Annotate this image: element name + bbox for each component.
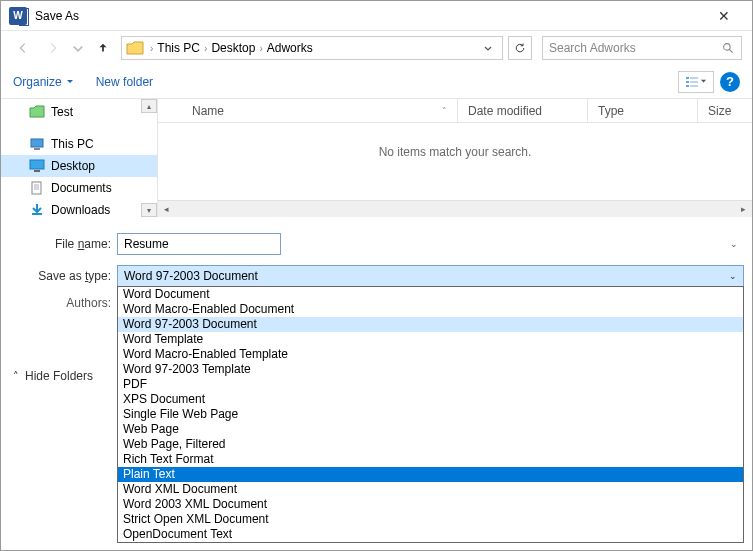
scroll-left-button[interactable]: ◂ xyxy=(158,201,175,217)
folder-icon xyxy=(126,41,144,55)
forward-button[interactable] xyxy=(41,36,65,60)
authors-label: Authors: xyxy=(9,296,117,310)
chevron-down-icon[interactable]: ⌄ xyxy=(730,239,738,249)
column-type[interactable]: Type xyxy=(588,99,698,122)
close-button[interactable]: ✕ xyxy=(704,2,744,30)
svg-rect-9 xyxy=(34,148,40,150)
chevron-down-icon xyxy=(700,78,707,85)
svg-rect-8 xyxy=(31,139,43,147)
search-input[interactable]: Search Adworks xyxy=(542,36,742,60)
scroll-right-button[interactable]: ▸ xyxy=(735,201,752,217)
window-title: Save As xyxy=(35,9,704,23)
svg-rect-7 xyxy=(690,85,698,87)
savetype-option[interactable]: Word Macro-Enabled Document xyxy=(118,302,743,317)
chevron-right-icon: › xyxy=(150,43,153,54)
tree-scroll-down-button[interactable]: ▾ xyxy=(141,203,157,217)
savetype-option[interactable]: Strict Open XML Document xyxy=(118,512,743,527)
svg-rect-10 xyxy=(30,160,44,169)
list-header: Name ˄ Date modified Type Size xyxy=(158,99,752,123)
savetype-option[interactable]: Web Page, Filtered xyxy=(118,437,743,452)
savetype-option[interactable]: Word Document xyxy=(118,287,743,302)
savetype-option[interactable]: XPS Document xyxy=(118,392,743,407)
new-folder-button[interactable]: New folder xyxy=(96,75,153,89)
back-button[interactable] xyxy=(11,36,35,60)
documents-icon xyxy=(29,181,45,195)
refresh-button[interactable] xyxy=(508,36,532,60)
svg-rect-2 xyxy=(686,77,689,79)
savetype-option[interactable]: PDF xyxy=(118,377,743,392)
tree-scroll-up-button[interactable]: ▴ xyxy=(141,99,157,113)
savetype-option[interactable]: Rich Text Format xyxy=(118,452,743,467)
svg-rect-12 xyxy=(32,182,41,194)
savetype-option[interactable]: OpenDocument Text xyxy=(118,527,743,542)
up-button[interactable] xyxy=(91,36,115,60)
downloads-icon xyxy=(29,203,45,217)
column-name[interactable]: Name ˄ xyxy=(158,99,458,122)
savetype-dropdown[interactable]: Word DocumentWord Macro-Enabled Document… xyxy=(117,286,744,543)
svg-rect-11 xyxy=(34,170,40,172)
svg-rect-5 xyxy=(690,81,698,83)
organize-menu[interactable]: Organize xyxy=(13,75,74,89)
view-options-button[interactable] xyxy=(678,71,714,93)
savetype-option[interactable]: Plain Text xyxy=(118,467,743,482)
empty-message: No items match your search. xyxy=(158,123,752,200)
help-button[interactable]: ? xyxy=(720,72,740,92)
tree-item-desktop[interactable]: Desktop xyxy=(1,155,157,177)
savetype-option[interactable]: Single File Web Page xyxy=(118,407,743,422)
breadcrumb-item[interactable]: Adworks xyxy=(267,41,313,55)
navigation-tree[interactable]: ▴ Test This PC Desktop Documents Downloa… xyxy=(1,99,158,217)
breadcrumb-item[interactable]: Desktop xyxy=(211,41,255,55)
list-view-icon xyxy=(685,76,699,88)
horizontal-scrollbar[interactable]: ◂ ▸ xyxy=(158,200,752,217)
filename-label: File name: xyxy=(9,237,117,251)
savetype-combobox[interactable]: Word 97-2003 Document ⌄ xyxy=(117,265,744,287)
savetype-option[interactable]: Word Template xyxy=(118,332,743,347)
savetype-option[interactable]: Word XML Document xyxy=(118,482,743,497)
tree-item-documents[interactable]: Documents xyxy=(1,177,157,199)
chevron-right-icon: › xyxy=(259,43,262,54)
search-icon xyxy=(722,42,735,55)
word-app-icon: W xyxy=(9,7,27,25)
savetype-option[interactable]: Word 2003 XML Document xyxy=(118,497,743,512)
column-date-modified[interactable]: Date modified xyxy=(458,99,588,122)
tree-item-downloads[interactable]: Downloads xyxy=(1,199,157,217)
address-bar[interactable]: › This PC › Desktop › Adworks xyxy=(121,36,503,60)
savetype-option[interactable]: Word Macro-Enabled Template xyxy=(118,347,743,362)
savetype-option[interactable]: Web Page xyxy=(118,422,743,437)
chevron-down-icon: ⌄ xyxy=(729,271,737,281)
savetype-label: Save as type: xyxy=(9,269,117,283)
svg-rect-3 xyxy=(690,77,698,79)
filename-input[interactable] xyxy=(117,233,281,255)
tree-item-test[interactable]: Test xyxy=(1,101,157,123)
address-dropdown-button[interactable] xyxy=(478,38,498,58)
search-placeholder: Search Adworks xyxy=(549,41,722,55)
column-size[interactable]: Size xyxy=(698,99,752,122)
chevron-up-icon: ˄ xyxy=(13,370,19,383)
tree-item-this-pc[interactable]: This PC xyxy=(1,133,157,155)
chevron-right-icon: › xyxy=(204,43,207,54)
pc-icon xyxy=(29,137,45,151)
chevron-down-icon xyxy=(66,78,74,86)
desktop-icon xyxy=(29,159,45,173)
sort-ascending-icon: ˄ xyxy=(442,106,447,116)
hide-folders-button[interactable]: ˄ Hide Folders xyxy=(13,369,93,383)
savetype-option[interactable]: Word 97-2003 Template xyxy=(118,362,743,377)
folder-icon xyxy=(29,105,45,119)
svg-line-1 xyxy=(729,49,732,52)
recent-locations-button[interactable] xyxy=(71,36,85,60)
svg-rect-4 xyxy=(686,81,689,83)
svg-point-0 xyxy=(724,43,731,50)
svg-rect-6 xyxy=(686,85,689,87)
savetype-option[interactable]: Word 97-2003 Document xyxy=(118,317,743,332)
breadcrumb-item[interactable]: This PC xyxy=(157,41,200,55)
